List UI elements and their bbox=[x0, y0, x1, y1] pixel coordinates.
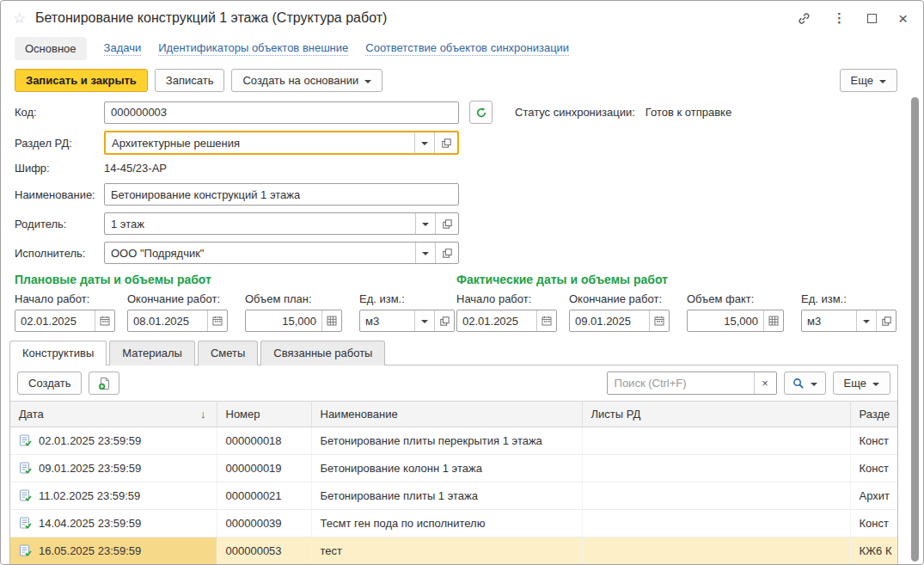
search-box: × bbox=[607, 372, 777, 395]
planned-section: Плановые даты и объемы работ Начало рабо… bbox=[15, 273, 455, 332]
open-button[interactable] bbox=[434, 310, 454, 331]
column-header-section[interactable]: Разде bbox=[850, 402, 897, 427]
tab-materials[interactable]: Материалы bbox=[109, 341, 195, 365]
actual-unit-combobox[interactable]: м3 bbox=[801, 310, 896, 332]
dropdown-button[interactable] bbox=[415, 243, 435, 263]
save-button[interactable]: Записать bbox=[155, 69, 225, 92]
parent-combobox[interactable]: 1 этаж bbox=[104, 212, 459, 235]
maximize-icon[interactable] bbox=[867, 14, 877, 23]
planned-unit-combobox[interactable]: м3 bbox=[359, 310, 455, 332]
cell-section: КЖ6 К bbox=[850, 537, 897, 565]
open-button[interactable] bbox=[876, 310, 896, 331]
favorite-star-icon[interactable]: ☆ bbox=[13, 9, 30, 28]
section-nav: Основное Задачи Идентификаторы объектов … bbox=[1, 35, 923, 61]
link-icon[interactable] bbox=[797, 11, 811, 26]
dropdown-button[interactable] bbox=[414, 310, 434, 331]
cell-sheets bbox=[582, 510, 850, 537]
calendar-icon bbox=[542, 316, 552, 326]
more-button[interactable]: Еще bbox=[840, 69, 897, 92]
create-based-on-button[interactable]: Создать на основании bbox=[231, 69, 382, 92]
scrollbar-thumb[interactable] bbox=[911, 97, 919, 562]
rd-section-value[interactable]: Архитектурные решения bbox=[106, 132, 414, 153]
parent-value[interactable]: 1 этаж bbox=[105, 213, 415, 234]
planned-unit-value[interactable]: м3 bbox=[360, 310, 414, 331]
cell-date: 09.01.2025 23:59:59 bbox=[39, 462, 141, 475]
planned-volume-value[interactable]: 15,000 bbox=[246, 310, 321, 331]
nav-item-sync-mapping[interactable]: Соответствие объектов синхронизации bbox=[365, 41, 569, 56]
calendar-button[interactable] bbox=[207, 310, 227, 331]
cell-number: 000000053 bbox=[217, 537, 311, 565]
dropdown-button[interactable] bbox=[415, 213, 435, 234]
cell-name: тест bbox=[311, 537, 582, 565]
planned-end-value[interactable]: 08.01.2025 bbox=[128, 310, 207, 331]
planned-start-value[interactable]: 02.01.2025 bbox=[15, 310, 95, 331]
calendar-button[interactable] bbox=[536, 310, 556, 331]
create-button[interactable]: Создать bbox=[17, 372, 82, 395]
nav-item-tasks[interactable]: Задачи bbox=[104, 41, 142, 56]
dates-volumes-area: Плановые даты и объемы работ Начало рабо… bbox=[1, 267, 923, 332]
open-button[interactable] bbox=[435, 213, 458, 234]
planned-volume-input[interactable]: 15,000 bbox=[245, 310, 342, 332]
executor-label: Исполнитель: bbox=[15, 247, 104, 260]
dropdown-button[interactable] bbox=[414, 132, 434, 153]
chevron-down-icon bbox=[879, 80, 886, 83]
more-label: Еще bbox=[851, 74, 873, 87]
calendar-button[interactable] bbox=[649, 310, 669, 331]
calculator-button[interactable] bbox=[763, 310, 783, 331]
actual-start-date-input[interactable]: 02.01.2025 bbox=[456, 310, 557, 332]
chevron-down-icon bbox=[364, 80, 371, 83]
save-and-close-button[interactable]: Записать и закрыть bbox=[15, 69, 148, 92]
tab-estimates[interactable]: Сметы bbox=[198, 341, 258, 365]
calendar-button[interactable] bbox=[95, 310, 114, 331]
table-row-selected[interactable]: 16.05.2025 23:59:59 000000053 тест КЖ6 К bbox=[10, 537, 897, 565]
open-button[interactable] bbox=[435, 243, 458, 263]
document-posted-icon bbox=[19, 489, 32, 502]
code-input[interactable]: 000000003 bbox=[104, 101, 459, 124]
constructives-panel: Создать × bbox=[9, 365, 898, 564]
open-button[interactable] bbox=[434, 132, 457, 153]
actual-start-value[interactable]: 02.01.2025 bbox=[457, 310, 536, 331]
table-row[interactable]: 02.01.2025 23:59:59 000000018 Бетонирова… bbox=[10, 427, 897, 455]
clear-search-icon[interactable]: × bbox=[754, 372, 776, 394]
column-header-sheets[interactable]: Листы РД bbox=[582, 402, 850, 427]
actual-end-value[interactable]: 09.01.2025 bbox=[570, 310, 649, 331]
table-row[interactable]: 11.02.2025 23:59:59 000000021 Бетонирова… bbox=[10, 482, 897, 510]
column-header-name[interactable]: Наименование bbox=[311, 402, 582, 427]
create-document-button[interactable] bbox=[89, 372, 119, 395]
refresh-button[interactable] bbox=[469, 101, 493, 124]
vertical-scrollbar[interactable] bbox=[911, 97, 920, 562]
rd-section-combobox[interactable]: Архитектурные решения bbox=[104, 131, 459, 155]
open-form-icon bbox=[442, 138, 451, 148]
table-row[interactable]: 09.01.2025 23:59:59 000000019 Бетонирова… bbox=[10, 455, 897, 482]
tab-related-works[interactable]: Связанные работы bbox=[260, 341, 385, 365]
cell-sheets bbox=[582, 537, 850, 565]
close-icon[interactable]: × bbox=[898, 14, 908, 23]
column-header-number[interactable]: Номер bbox=[217, 402, 311, 427]
cell-date: 16.05.2025 23:59:59 bbox=[39, 544, 141, 557]
search-input[interactable] bbox=[608, 372, 754, 394]
chevron-down-icon bbox=[863, 320, 870, 323]
planned-end-date-input[interactable]: 08.01.2025 bbox=[127, 310, 228, 332]
planned-start-date-input[interactable]: 02.01.2025 bbox=[15, 310, 115, 332]
name-input[interactable]: Бетонирование конструкций 1 этажа bbox=[104, 183, 459, 206]
cell-name: Бетонирование плиты 1 этажа bbox=[311, 482, 582, 510]
dropdown-button[interactable] bbox=[856, 310, 876, 331]
calculator-button[interactable] bbox=[321, 310, 341, 331]
actual-volume-input[interactable]: 15,000 bbox=[687, 310, 784, 332]
column-header-date[interactable]: Дата ↓ bbox=[10, 402, 217, 427]
actual-end-date-input[interactable]: 09.01.2025 bbox=[569, 310, 670, 332]
tab-constructives[interactable]: Конструктивы bbox=[9, 341, 107, 365]
actual-unit-value[interactable]: м3 bbox=[802, 310, 856, 331]
cell-date: 11.02.2025 23:59:59 bbox=[39, 489, 140, 502]
list-more-button[interactable]: Еще bbox=[833, 372, 890, 395]
open-form-icon bbox=[443, 219, 452, 229]
nav-item-main[interactable]: Основное bbox=[15, 37, 87, 60]
actual-volume-value[interactable]: 15,000 bbox=[688, 310, 763, 331]
search-options-button[interactable] bbox=[784, 372, 826, 395]
nav-item-external-ids[interactable]: Идентификаторы объектов внешние bbox=[158, 41, 348, 56]
more-menu-icon[interactable]: ⋮ bbox=[833, 10, 846, 26]
table-row[interactable]: 14.04.2025 23:59:59 000000039 Тесмт ген … bbox=[10, 510, 897, 537]
executor-value[interactable]: ООО "Подрядчик" bbox=[105, 243, 415, 263]
executor-combobox[interactable]: ООО "Подрядчик" bbox=[104, 242, 459, 264]
cell-name: Бетонирование плиты перекрытия 1 этажа bbox=[311, 427, 582, 455]
